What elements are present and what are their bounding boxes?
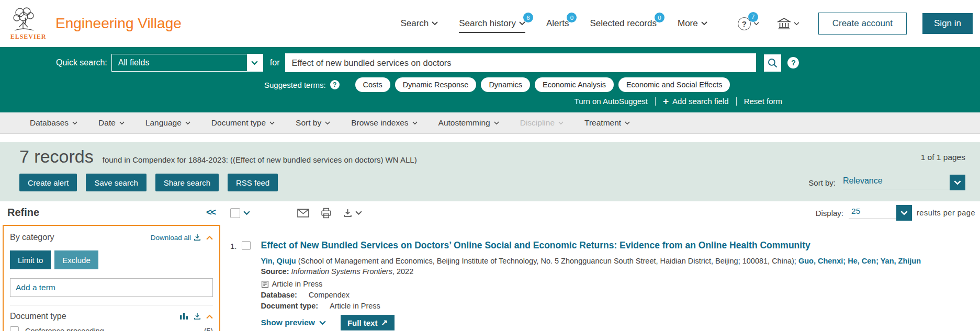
chevron-down-icon [355, 211, 362, 215]
suggested-term-pill[interactable]: Dynamic Response [395, 77, 477, 92]
result-checkbox[interactable] [242, 241, 251, 250]
source-title: Information Systems Frontiers [291, 267, 392, 276]
facet-count: (5) [204, 327, 213, 331]
chevron-down-icon[interactable] [243, 211, 250, 215]
filter-date[interactable]: Date [98, 118, 125, 128]
filter-treatment[interactable]: Treatment [584, 118, 630, 128]
external-link-icon: ↗ [381, 318, 388, 327]
collapse-sidebar-button[interactable]: << [206, 207, 215, 218]
chevron-down-icon [519, 21, 525, 26]
limit-to-button[interactable]: Limit to [10, 250, 51, 269]
share-search-button[interactable]: Share search [155, 174, 219, 191]
bar-chart-icon[interactable] [180, 313, 188, 320]
email-icon[interactable] [297, 209, 309, 218]
nav-alerts[interactable]: Alerts 0 [546, 18, 569, 29]
results-per-page-chevron[interactable] [896, 205, 912, 221]
nav-search[interactable]: Search [400, 18, 438, 29]
filter-discipline-disabled: Discipline [520, 118, 564, 128]
create-alert-button[interactable]: Create alert [19, 174, 77, 191]
chevron-down-icon [319, 321, 326, 325]
result-item: 1. Effect of New Bundled Services on Doc… [230, 240, 975, 330]
filter-browse-indexes[interactable]: Browse indexes [351, 118, 417, 128]
nav-more[interactable]: More [678, 18, 707, 29]
chevron-down-icon [269, 121, 275, 125]
suggested-term-pill[interactable]: Economic and Social Effects [618, 77, 730, 92]
add-term-input[interactable] [10, 278, 213, 297]
filter-sort-by[interactable]: Sort by [296, 118, 330, 128]
chevron-down-icon [900, 211, 908, 215]
sort-select-chevron[interactable] [950, 175, 965, 190]
result-database: Database: Compendex [261, 291, 936, 299]
chevron-down-icon [794, 22, 799, 26]
rss-feed-button[interactable]: RSS feed [228, 174, 278, 191]
institution-menu[interactable] [777, 17, 799, 30]
header-icon-cluster: ? 7 [738, 17, 799, 30]
select-all-checkbox[interactable] [230, 208, 240, 218]
elsevier-logo[interactable]: ELSEVIER [9, 6, 47, 41]
nav-selected-records[interactable]: Selected records 0 [590, 18, 657, 29]
search-submit-button[interactable] [764, 54, 781, 72]
search-icon [768, 58, 778, 68]
elsevier-tree-icon [9, 6, 38, 32]
results-count: 7 records [19, 146, 94, 167]
chevron-down-icon [325, 121, 330, 125]
sign-in-button[interactable]: Sign in [922, 13, 973, 34]
download-icon[interactable] [194, 313, 201, 320]
author-links[interactable]: Guo, Chenxi; He, Cen; Yan, Zhijun [798, 257, 921, 265]
display-label: Display: [816, 209, 843, 218]
chevron-down-icon [119, 121, 125, 125]
alerts-badge: 0 [567, 13, 577, 22]
suggested-term-pill[interactable]: Costs [355, 77, 390, 92]
content-area: Refine << By category Download all [0, 201, 980, 331]
suggested-term-pill[interactable]: Economic Analysis [535, 77, 614, 92]
chevron-down-icon [412, 121, 418, 125]
results-per-page-select[interactable]: 25 [849, 207, 896, 219]
add-search-field-link[interactable]: + Add search field [663, 96, 729, 106]
sort-select[interactable]: Relevance [843, 176, 950, 189]
field-selector[interactable]: All fields [111, 54, 263, 72]
facet-checkbox[interactable] [10, 326, 19, 331]
download-menu[interactable] [343, 209, 362, 218]
help-menu[interactable]: ? 7 [738, 17, 759, 30]
results-toolbar: Display: 25 results per page [230, 203, 975, 222]
suggested-term-pill[interactable]: Dynamics [481, 77, 530, 92]
filter-autostemming[interactable]: Autostemming [438, 118, 499, 128]
by-category-label: By category [10, 233, 54, 242]
author-link[interactable]: Yin, Qiuju [261, 257, 296, 265]
help-badge: 7 [748, 12, 758, 22]
nav-search-history[interactable]: Search history 6 [459, 18, 525, 33]
print-icon[interactable] [321, 208, 332, 219]
save-search-button[interactable]: Save search [86, 174, 146, 191]
download-all-link[interactable]: Download all [151, 234, 201, 242]
divider [736, 97, 737, 106]
engineering-village-page: ELSEVIER Engineering Village Search Sear… [0, 0, 980, 331]
chevron-down-icon [247, 54, 263, 71]
document-type-facet-label: Document type [10, 312, 66, 321]
quick-search-label: Quick search: [56, 58, 107, 67]
institution-icon [777, 17, 791, 30]
full-text-button[interactable]: Full text ↗ [341, 315, 395, 330]
chevron-up-icon[interactable] [206, 314, 213, 319]
divider [10, 305, 213, 305]
divider [655, 97, 656, 106]
autosuggest-link[interactable]: Turn on AutoSuggest [575, 97, 648, 106]
filter-databases[interactable]: Databases [30, 118, 77, 128]
reset-form-link[interactable]: Reset form [744, 97, 782, 106]
show-preview-link[interactable]: Show preview [261, 318, 326, 327]
filter-language[interactable]: Language [145, 118, 190, 128]
filter-document-type[interactable]: Document type [211, 118, 275, 128]
suggested-terms-help-icon[interactable]: ? [330, 80, 340, 89]
search-help-icon[interactable]: ? [787, 57, 799, 69]
search-input[interactable] [285, 53, 756, 72]
chevron-down-icon [185, 121, 190, 125]
result-title-link[interactable]: Effect of New Bundled Services on Doctor… [261, 240, 936, 252]
elsevier-wordmark: ELSEVIER [9, 33, 47, 41]
chevron-up-icon[interactable] [206, 235, 213, 240]
facet-item-conference-proceeding: Conference proceeding (5) [10, 326, 213, 331]
chevron-down-icon [701, 21, 707, 26]
for-label: for [270, 58, 280, 67]
chevron-down-icon [72, 121, 77, 125]
create-account-button[interactable]: Create account [818, 13, 907, 35]
exclude-button[interactable]: Exclude [54, 250, 98, 269]
result-doctype: Document type: Article in Press [261, 302, 936, 310]
